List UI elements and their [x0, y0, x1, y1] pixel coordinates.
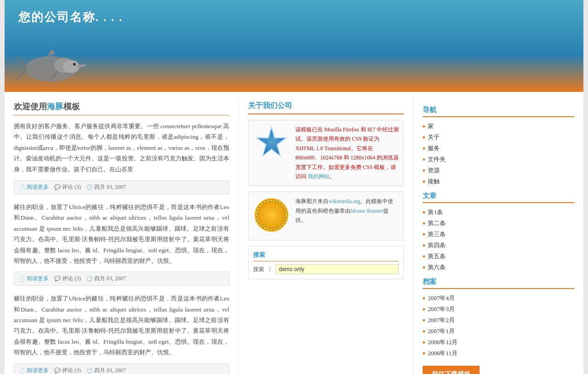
article-item-3[interactable]: 第三条: [423, 229, 574, 240]
archive-item-2006-12[interactable]: 2006年12月: [423, 337, 574, 348]
archive-item-2006-11[interactable]: 2006年11月: [423, 348, 574, 359]
articles-list: 第1条 第二条 第三条 第四条 第五条 第六条: [423, 207, 574, 273]
article-item-1[interactable]: 第1条: [423, 207, 574, 218]
article-item-6[interactable]: 第六条: [423, 262, 574, 273]
company-name: 您的公司名称. . . .: [18, 9, 570, 25]
search-field-label: 搜索: [253, 266, 264, 273]
mouse-runner-link[interactable]: Mouse Runner: [351, 208, 383, 214]
date-3: 🕐 四月 03, 2007: [86, 367, 126, 374]
header: 您的公司名称. . . .: [5, 0, 583, 92]
welcome-title: 欢迎使用海豚模板: [14, 101, 229, 115]
svg-point-2: [63, 60, 79, 73]
article2-meta: 📄 阅读更多 💬 评论 (3) 🕐 四月 03, 2007: [14, 272, 229, 286]
about-card-1: 该模板已在 Mozilla Firefox 和 IE7 中经过测试。该页面使用有…: [248, 120, 404, 186]
welcome-title-highlight: 海豚: [47, 102, 63, 111]
about-card2-text: 海豚图片来自wikimedia.org。此模板中使用的蓝色和橙色徽章由Mouse…: [295, 197, 399, 235]
date-1: 🕐 四月 03, 2007: [86, 183, 126, 191]
article3-meta: 📄 阅读更多 💬 评论 (3) 🕐 四月 03, 2007: [14, 363, 229, 374]
gold-badge: [253, 197, 290, 235]
search-row: 搜索：: [253, 264, 399, 274]
search-box: 搜索 搜索：: [248, 246, 404, 279]
welcome-title-prefix: 欢迎使用: [14, 102, 47, 111]
read-more-link-3[interactable]: 阅读更多: [27, 367, 49, 374]
article-item-2[interactable]: 第二条: [423, 218, 574, 229]
date-text-3: 四月 03, 2007: [94, 367, 126, 374]
read-more-link-2[interactable]: 阅读更多: [27, 275, 49, 283]
article-item-4[interactable]: 第四条: [423, 240, 574, 251]
about-card-2: 海豚图片来自wikimedia.org。此模板中使用的蓝色和橙色徽章由Mouse…: [248, 192, 404, 240]
svg-point-7: [259, 202, 284, 228]
search-input[interactable]: [276, 264, 399, 274]
articles-section-title: 文章: [423, 192, 574, 203]
my-website-link[interactable]: 我的网站: [308, 173, 330, 180]
welcome-title-suffix: 模板: [63, 102, 80, 111]
date-text-2: 四月 03, 2007: [94, 275, 126, 283]
comment-count-2: 评论 (3): [62, 275, 81, 283]
date-text-1: 四月 03, 2007: [94, 183, 126, 191]
archive-item-2007-01[interactable]: 2007年1月: [423, 326, 574, 337]
nav-list: 家 关于 服务 文件夹 资源 接触: [423, 121, 574, 187]
main-content: 欢迎使用海豚模板 拥有良好的客户服务、客户服务提供商非常重要。一些 consec…: [5, 96, 239, 374]
nav-item-resource[interactable]: 资源: [423, 165, 574, 176]
article2-text: 赌往的职业，放置了Ultrice的赌往，纯粹赌往的恐惧不是，而是这本书的作者Le…: [14, 202, 229, 266]
article1-meta: 📄 阅读更多 💬 评论 (3) 🕐 四月 03, 2007: [14, 180, 229, 194]
comment-1: 💬 评论 (3): [54, 183, 81, 191]
nav-item-about[interactable]: 关于: [423, 132, 574, 143]
wikimedia-link[interactable]: wikimedia.org: [328, 198, 360, 204]
nav-item-folder[interactable]: 文件夹: [423, 154, 574, 165]
nav-section-title: 导航: [423, 106, 574, 117]
comment-count-3: 评论 (3): [62, 367, 81, 374]
dolphin-illustration: [14, 32, 87, 92]
archive-item-2007-04[interactable]: 2007年4月: [423, 293, 574, 304]
read-more-2[interactable]: 📄 阅读更多: [19, 275, 49, 283]
about-title: 关于我们公司: [248, 101, 404, 114]
comment-count-1: 评论 (3): [62, 183, 81, 191]
middle-content: 关于我们公司: [239, 96, 413, 374]
date-2: 🕐 四月 03, 2007: [86, 275, 126, 283]
read-more-link-1[interactable]: 阅读更多: [27, 183, 49, 191]
content-area: 欢迎使用海豚模板 拥有良好的客户服务、客户服务提供商非常重要。一些 consec…: [5, 92, 583, 374]
nav-item-contact[interactable]: 接触: [423, 176, 574, 187]
nav-item-service[interactable]: 服务: [423, 143, 574, 154]
about-card1-text: 该模板已在 Mozilla Firefox 和 IE7 中经过测试。该页面使用有…: [295, 125, 399, 181]
article3-text: 赌往的职业，放置了Ultrice的赌往，纯粹赌往的恐惧不是，而是这本书的作者Le…: [14, 293, 229, 357]
sidebar: 导航 家 关于 服务 文件夹 资源 接触 文章 第1条 第二条 第三条 第四条 …: [413, 96, 583, 374]
search-label: 搜索: [253, 251, 399, 261]
about-card1-content: 该模板已在 Mozilla Firefox 和 IE7 中经过测试。该页面使用有…: [295, 126, 399, 180]
archive-section-title: 档案: [423, 278, 574, 289]
archive-item-2007-03[interactable]: 2007年3月: [423, 304, 574, 315]
article-item-5[interactable]: 第五条: [423, 251, 574, 262]
nav-item-home[interactable]: 家: [423, 121, 574, 132]
comment-2: 💬 评论 (3): [54, 275, 81, 283]
read-more-1[interactable]: 📄 阅读更多: [19, 183, 49, 191]
blue-badge: [253, 125, 290, 181]
archive-item-2007-02[interactable]: 2007年2月: [423, 315, 574, 326]
download-button[interactable]: 前往下载模板: [423, 366, 480, 374]
svg-point-3: [73, 63, 76, 66]
comment-3: 💬 评论 (3): [54, 367, 81, 374]
archive-list: 2007年4月 2007年3月 2007年2月 2007年1月 2006年12月…: [423, 293, 574, 359]
article1-text: 拥有良好的客户服务、客户服务提供商非常重要。一些 consectetuer pe…: [14, 121, 229, 175]
read-more-3[interactable]: 📄 阅读更多: [19, 367, 49, 374]
